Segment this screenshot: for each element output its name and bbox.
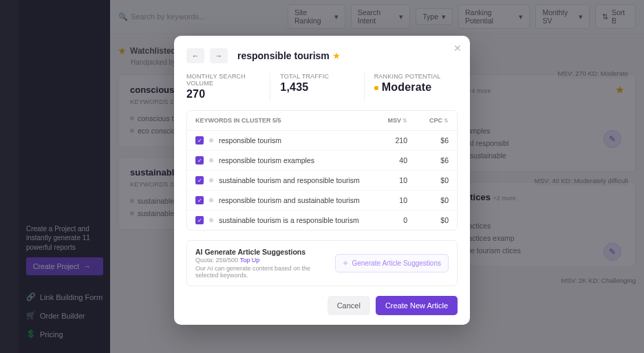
keyword-msv: 10 xyxy=(366,176,407,184)
bullet-icon xyxy=(209,218,213,222)
checkbox-icon[interactable]: ✓ xyxy=(195,216,204,224)
table-row[interactable]: ✓ responsible tourism 210 $6 xyxy=(187,131,457,151)
cluster-modal: ✕ ← → responsible tourism ★ MONTHLY SEAR… xyxy=(174,36,470,325)
checkbox-icon[interactable]: ✓ xyxy=(195,156,204,164)
top-up-link[interactable]: Top Up xyxy=(240,257,260,264)
cancel-button[interactable]: Cancel xyxy=(328,296,370,315)
arrow-right-icon: → xyxy=(215,52,223,60)
create-article-button[interactable]: Create New Article xyxy=(376,296,458,315)
stat-value-msv: 270 xyxy=(186,88,270,100)
arrow-left-icon: ← xyxy=(192,52,200,60)
keyword-cpc: $0 xyxy=(414,196,449,204)
prev-button[interactable]: ← xyxy=(186,48,204,63)
bullet-icon xyxy=(209,138,213,142)
next-button[interactable]: → xyxy=(210,48,228,63)
sort-icon: ⇅ xyxy=(402,118,407,124)
keyword-cpc: $6 xyxy=(414,156,449,164)
stat-label: RANKING POTENTIAL xyxy=(374,73,458,80)
keyword-name: responsible tourism examples xyxy=(219,156,366,164)
keyword-cpc: $0 xyxy=(414,216,449,224)
table-row[interactable]: ✓ responsible tourism examples 40 $6 xyxy=(187,151,457,171)
stat-value-ranking: Moderate xyxy=(374,81,458,94)
star-icon[interactable]: ★ xyxy=(333,52,340,61)
stat-value-traffic: 1,435 xyxy=(280,81,363,94)
sparkle-icon: ✧ xyxy=(343,259,348,267)
keyword-name: responsible tourism xyxy=(219,136,366,145)
stat-label: MONTHLY SEARCH VOLUME xyxy=(186,73,270,87)
bullet-icon xyxy=(209,178,213,182)
keyword-msv: 10 xyxy=(366,196,407,204)
modal-title: responsible tourism xyxy=(237,50,330,61)
checkbox-icon[interactable]: ✓ xyxy=(195,136,204,145)
checkbox-icon[interactable]: ✓ xyxy=(195,176,204,184)
stat-label: TOTAL TRAFFIC xyxy=(280,73,363,80)
table-row[interactable]: ✓ sustainable tourism and responsible to… xyxy=(187,171,457,191)
bullet-icon xyxy=(209,198,213,202)
keyword-name: sustainable tourism is a responsible tou… xyxy=(219,216,366,224)
table-header-name: KEYWORDS IN CLUSTER 5/5 xyxy=(195,117,366,124)
bullet-icon xyxy=(209,158,213,162)
table-header-cpc[interactable]: CPC⇅ xyxy=(414,117,449,124)
ai-quota: Quota: 259/500 xyxy=(195,257,238,264)
keyword-table: KEYWORDS IN CLUSTER 5/5 MSV⇅ CPC⇅ ✓ resp… xyxy=(186,110,458,231)
keyword-name: sustainable tourism and responsible tour… xyxy=(219,176,366,184)
sort-icon: ⇅ xyxy=(444,118,449,124)
keyword-msv: 40 xyxy=(366,156,407,164)
keyword-cpc: $0 xyxy=(414,176,449,184)
keyword-msv: 210 xyxy=(366,136,407,145)
close-icon[interactable]: ✕ xyxy=(453,43,462,54)
checkbox-icon[interactable]: ✓ xyxy=(195,196,204,204)
keyword-cpc: $6 xyxy=(414,136,449,145)
keyword-msv: 0 xyxy=(366,216,407,224)
ai-desc: Our AI can generate content based on the… xyxy=(195,265,327,279)
keyword-name: responsible tourism and sustainable tour… xyxy=(219,196,366,204)
table-header-msv[interactable]: MSV⇅ xyxy=(366,117,407,124)
ai-title: AI Generate Article Suggestions xyxy=(195,248,305,256)
generate-suggestions-label: Generate Article Suggestions xyxy=(352,259,441,267)
generate-suggestions-button[interactable]: ✧ Generate Article Suggestions xyxy=(335,254,449,272)
modal-overlay: ✕ ← → responsible tourism ★ MONTHLY SEAR… xyxy=(0,0,644,353)
table-row[interactable]: ✓ responsible tourism and sustainable to… xyxy=(187,191,457,211)
table-row[interactable]: ✓ sustainable tourism is a responsible t… xyxy=(187,211,457,230)
ai-suggestions-box: AI Generate Article Suggestions Quota: 2… xyxy=(186,240,458,286)
